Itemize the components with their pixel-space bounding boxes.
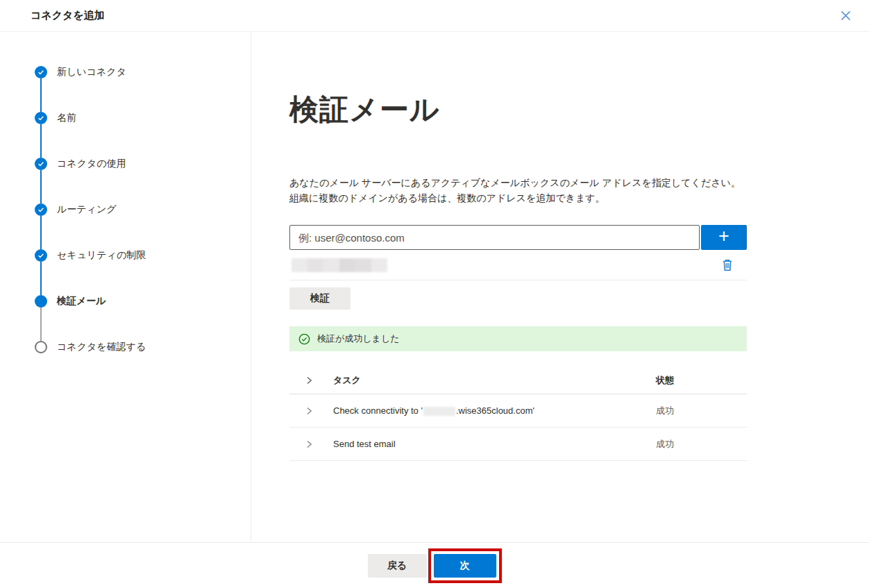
step-connector [40, 124, 42, 158]
expand-all-button[interactable] [305, 376, 313, 385]
wizard-step-review-connector[interactable]: コネクタを確認する [35, 341, 251, 353]
step-label: セキュリティの制限 [57, 249, 146, 262]
expand-row-button[interactable] [305, 407, 313, 415]
chevron-right-icon [305, 376, 313, 385]
step-connector [40, 308, 42, 341]
step-completed-check-icon [35, 112, 47, 124]
task-row-check-connectivity[interactable]: Check connectivity to '.wise365cloud.com… [289, 394, 747, 428]
wizard-step-name[interactable]: 名前 [35, 112, 251, 124]
status-column-header: 状態 [656, 374, 747, 387]
delete-icon [722, 259, 733, 271]
description-text: あなたのメール サーバーにあるアクティブなメールボックスのメール アドレスを指定… [289, 175, 747, 205]
email-entry-row: + [289, 225, 747, 250]
step-completed-check-icon [35, 158, 47, 170]
chevron-right-icon [305, 440, 313, 448]
step-label: ルーティング [57, 203, 117, 216]
validate-button[interactable]: 検証 [289, 287, 351, 310]
step-completed-check-icon [35, 249, 47, 262]
task-row-send-test-email[interactable]: Send test email 成功 [289, 428, 747, 461]
task-status: 成功 [656, 405, 747, 417]
wizard-step-validation-email[interactable]: 検証メール [35, 295, 251, 308]
success-message: 検証が成功しました [317, 333, 400, 345]
expand-row-button[interactable] [305, 440, 313, 448]
wizard-step-security-restrictions[interactable]: セキュリティの制限 [35, 249, 251, 262]
step-current-icon [35, 295, 47, 308]
added-email-redacted [292, 258, 387, 272]
wizard-step-new-connector[interactable]: 新しいコネクタ [35, 66, 251, 78]
wizard-steps-sidebar: 新しいコネクタ 名前 コネクタの使用 ルーティング [0, 32, 251, 542]
task-status: 成功 [656, 438, 747, 451]
check-circle-icon [298, 333, 310, 345]
dialog-footer: 戻る 次 [0, 542, 869, 588]
redacted-domain [423, 407, 455, 416]
step-connector [40, 262, 42, 295]
task-name: Send test email [333, 439, 656, 449]
step-completed-check-icon [35, 203, 47, 216]
wizard-step-connector-use[interactable]: コネクタの使用 [35, 158, 251, 170]
plus-icon: + [718, 227, 729, 246]
next-button[interactable]: 次 [434, 554, 496, 578]
step-label: 新しいコネクタ [57, 66, 126, 78]
wizard-step-routing[interactable]: ルーティング [35, 203, 251, 216]
step-label: コネクタを確認する [57, 341, 146, 353]
task-name: Check connectivity to '.wise365cloud.com… [333, 405, 656, 416]
close-button[interactable] [838, 8, 854, 24]
step-label: 検証メール [57, 295, 106, 308]
back-button[interactable]: 戻る [368, 554, 427, 578]
add-email-button[interactable]: + [701, 225, 747, 250]
step-connector [40, 170, 42, 203]
tasks-table: タスク 状態 Check connectivity to '.wise365cl… [289, 367, 747, 461]
delete-email-button[interactable] [720, 258, 734, 273]
added-email-row [289, 250, 747, 280]
task-column-header: タスク [333, 374, 656, 387]
step-completed-check-icon [35, 66, 47, 78]
main-panel: 検証メール あなたのメール サーバーにあるアクティブなメールボックスのメール ア… [251, 32, 869, 542]
step-connector [40, 78, 42, 112]
dialog-title: コネクタを追加 [31, 9, 105, 22]
email-input[interactable] [289, 225, 700, 250]
success-banner: 検証が成功しました [289, 326, 747, 351]
step-label: コネクタの使用 [57, 158, 126, 170]
step-upcoming-icon [35, 341, 47, 353]
tasks-table-header: タスク 状態 [289, 367, 747, 394]
dialog-header: コネクタを追加 [0, 0, 869, 32]
annotation-highlight: 次 [428, 548, 502, 583]
chevron-right-icon [305, 407, 313, 415]
step-label: 名前 [57, 112, 76, 124]
step-connector [40, 216, 42, 249]
close-icon [841, 10, 851, 21]
page-title: 検証メール [289, 93, 869, 126]
